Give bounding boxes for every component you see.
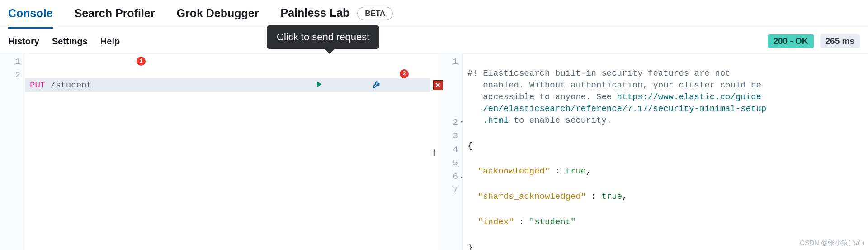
tab-painless-label: Painless Lab — [280, 6, 349, 19]
line-number: 6 — [438, 170, 462, 183]
response-warning: #! Elasticsearch built-in security featu… — [463, 67, 868, 127]
tab-search-profiler[interactable]: Search Profiler — [75, 3, 155, 28]
tab-console[interactable]: Console — [8, 3, 53, 28]
line-number: 5 — [438, 156, 462, 170]
request-pane: 1 2 PUT /student 1 2 — [0, 53, 430, 250]
line-number: 3 — [438, 129, 462, 143]
request-actions — [314, 56, 423, 113]
request-path: /student — [45, 80, 92, 90]
beta-badge: BETA — [357, 7, 393, 20]
json-line: { — [463, 139, 868, 153]
request-editor[interactable]: PUT /student 1 2 — [25, 53, 430, 250]
settings-link[interactable]: Settings — [52, 36, 88, 47]
line-number: 4 — [438, 143, 462, 156]
history-link[interactable]: History — [8, 36, 39, 47]
response-time: 265 ms — [820, 34, 860, 48]
wrench-icon[interactable] — [372, 56, 423, 113]
response-pane: ✕ 1 2 3 4 5 6 7 #! Elasticsearch built-i… — [438, 53, 868, 250]
status-badge: 200 - OK — [768, 34, 813, 48]
send-request-tooltip: Click to send request — [267, 25, 379, 49]
console-toolbar: History Settings Help 200 - OK 265 ms — [0, 29, 868, 53]
tab-grok-debugger[interactable]: Grok Debugger — [176, 3, 259, 28]
request-gutter: 1 2 — [0, 53, 25, 250]
http-method: PUT — [30, 80, 45, 90]
response-viewer[interactable]: #! Elasticsearch built-in security featu… — [463, 53, 868, 250]
close-icon[interactable]: ✕ — [433, 80, 443, 90]
main-tabbar: Console Search Profiler Grok Debugger Pa… — [0, 0, 868, 29]
annotation-1: 1 — [137, 57, 146, 66]
line-number: 2 — [0, 68, 25, 82]
line-number: 2 — [438, 115, 462, 129]
line-number: 7 — [438, 183, 462, 197]
json-line: "acknowledged" : true, — [463, 164, 868, 178]
editor-split: 1 2 PUT /student 1 2 ‖ ✕ 1 2 3 — [0, 53, 868, 250]
json-line: "index" : "student" — [463, 215, 868, 229]
help-link[interactable]: Help — [100, 36, 120, 47]
line-number: 1 — [0, 55, 25, 68]
line-number: 1 — [438, 55, 462, 68]
watermark: CSDN @张小猿( 'ω' ) — [800, 239, 864, 247]
json-line: "shards_acknowledged" : true, — [463, 190, 868, 203]
play-icon[interactable] — [314, 56, 365, 113]
